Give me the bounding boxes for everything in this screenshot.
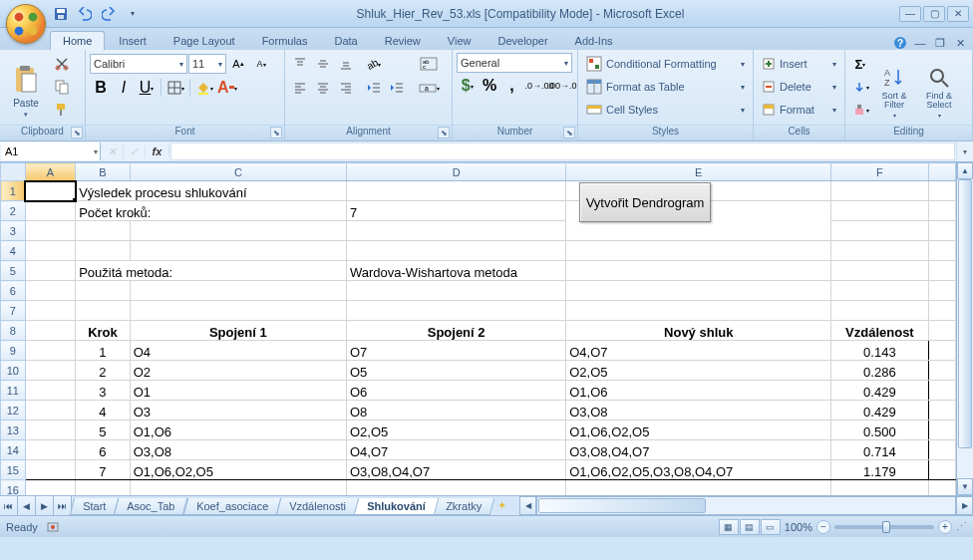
zoom-slider-thumb[interactable] [882,521,890,533]
merge-icon[interactable]: a▾ [415,77,443,99]
row-header[interactable]: 9 [1,341,26,361]
fill-color-icon[interactable]: ▾ [193,77,215,99]
tab-data[interactable]: Data [321,31,370,50]
col-header-b[interactable]: B [76,163,131,181]
scroll-up-icon[interactable]: ▲ [957,162,973,179]
enter-formula-icon[interactable]: ✓ [124,145,146,158]
border-icon[interactable]: ▾ [164,77,186,99]
tab-formulas[interactable]: Formulas [249,31,321,50]
wb-close-icon[interactable]: ✕ [953,36,967,50]
tab-page-layout[interactable]: Page Layout [161,31,248,50]
cancel-formula-icon[interactable]: ✕ [102,145,124,158]
delete-cells-button[interactable]: Delete▾ [758,76,840,98]
minimize-button[interactable]: — [899,6,921,22]
align-top-icon[interactable] [289,53,311,75]
comma-icon[interactable]: , [501,75,522,97]
bold-icon[interactable]: B [90,77,112,99]
conditional-formatting-button[interactable]: Conditional Formatting▾ [582,53,749,75]
scroll-left-icon[interactable]: ◀ [519,496,536,515]
tab-home[interactable]: Home [50,31,105,50]
expand-formula-icon[interactable]: ▾ [963,147,967,156]
help-icon[interactable]: ? [893,36,907,50]
tab-addins[interactable]: Add-Ins [562,31,626,50]
insert-cells-button[interactable]: Insert▾ [758,53,840,75]
alignment-launcher[interactable]: ⬊ [438,127,450,139]
row-header[interactable]: 8 [1,321,26,341]
select-all-corner[interactable] [1,163,26,181]
autosum-icon[interactable]: Σ▾ [849,53,871,75]
tab-developer[interactable]: Developer [485,31,560,50]
underline-icon[interactable]: U▾ [136,77,158,99]
row-header[interactable]: 10 [1,361,26,381]
paste-button[interactable]: Paste ▾ [4,53,48,121]
tab-insert[interactable]: Insert [106,31,160,50]
wb-minimize-icon[interactable]: — [913,36,927,50]
italic-icon[interactable]: I [113,77,135,99]
font-name-select[interactable]: Calibri▾ [90,54,187,74]
clear-icon[interactable]: ▾ [849,99,871,121]
row-header[interactable]: 1 [1,181,26,201]
create-dendrogram-button[interactable]: Vytvořit Dendrogram [579,182,711,222]
office-button[interactable] [6,4,46,44]
undo-icon[interactable] [76,5,94,23]
cell-a1[interactable] [25,181,76,201]
number-format-select[interactable]: General▾ [457,53,572,73]
row-header[interactable]: 14 [1,440,26,460]
cut-icon[interactable] [51,53,73,75]
percent-icon[interactable]: % [479,75,499,97]
sheet-tab-vzdalenosti[interactable]: Vzdálenosti [275,498,358,515]
format-as-table-button[interactable]: Format as Table▾ [582,76,749,98]
row-header[interactable]: 5 [1,261,26,281]
zoom-out-icon[interactable]: − [816,520,830,534]
maximize-button[interactable]: ▢ [923,6,945,22]
scroll-thumb[interactable] [958,179,972,448]
font-color-icon[interactable]: A▾ [216,77,238,99]
decrease-decimal-icon[interactable]: .00→.0 [551,75,573,97]
spreadsheet-grid[interactable]: A B C D E F 1Výsledek procesu shlukování… [0,162,956,495]
page-layout-view-icon[interactable]: ▤ [740,519,760,535]
align-middle-icon[interactable] [312,53,334,75]
col-header-d[interactable]: D [347,163,566,181]
vertical-scrollbar[interactable]: ▲ ▼ [956,162,973,495]
font-launcher[interactable]: ⬊ [270,127,282,139]
close-button[interactable]: ✕ [947,6,969,22]
row-header[interactable]: 15 [1,460,26,480]
resize-grip-icon[interactable]: ⋰ [956,520,967,533]
row-header[interactable]: 11 [1,381,26,401]
page-break-view-icon[interactable]: ▭ [761,519,781,535]
format-cells-button[interactable]: Format▾ [758,99,840,121]
clipboard-launcher[interactable]: ⬊ [71,127,83,139]
col-header-c[interactable]: C [130,163,346,181]
name-box[interactable]: A1▾ [1,142,101,160]
formula-bar[interactable] [170,142,955,160]
row-header[interactable]: 12 [1,401,26,420]
row-header[interactable]: 7 [1,301,26,321]
wb-restore-icon[interactable]: ❐ [933,36,947,50]
hscroll-thumb[interactable] [538,498,705,513]
decrease-font-icon[interactable]: A▾ [250,53,272,75]
align-left-icon[interactable] [289,77,311,99]
increase-font-icon[interactable]: A▴ [227,53,249,75]
tab-view[interactable]: View [435,31,485,50]
col-header-a[interactable]: A [25,163,76,181]
tab-next-icon[interactable]: ▶ [36,496,54,515]
number-launcher[interactable]: ⬊ [563,127,575,139]
format-painter-icon[interactable] [51,99,73,121]
row-header[interactable]: 3 [1,221,26,241]
tab-prev-icon[interactable]: ◀ [18,496,36,515]
row-header[interactable]: 2 [1,201,26,221]
sort-filter-button[interactable]: AZ Sort & Filter▾ [874,53,914,121]
row-header[interactable]: 16 [1,480,26,496]
row-header[interactable]: 4 [1,241,26,261]
align-bottom-icon[interactable] [335,53,357,75]
decrease-indent-icon[interactable] [363,77,385,99]
zoom-in-icon[interactable]: + [938,520,952,534]
sheet-tab-asoc[interactable]: Asoc_Tab [114,498,188,515]
col-header-f[interactable]: F [831,163,928,181]
fx-icon[interactable]: fx [146,145,169,157]
row-header[interactable]: 6 [1,281,26,301]
scroll-down-icon[interactable]: ▼ [957,478,973,495]
sheet-tab-zkratky[interactable]: Zkratky [433,498,495,515]
tab-first-icon[interactable]: ⏮ [0,496,18,515]
zoom-level[interactable]: 100% [785,521,812,533]
